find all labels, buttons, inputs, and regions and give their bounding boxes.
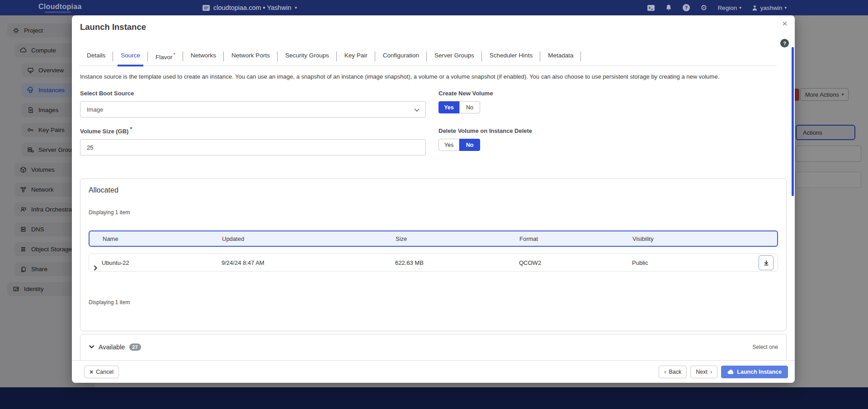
bell-icon-glyph	[665, 4, 672, 11]
chevron-down-icon[interactable]	[89, 345, 94, 349]
tab-label: Security Groups	[285, 52, 329, 59]
next-label: Next	[696, 369, 708, 375]
create-new-volume-field: Create New Volume Yes No	[439, 90, 787, 123]
column-header-size[interactable]: Size	[396, 235, 519, 242]
help-icon[interactable]: ?	[682, 4, 690, 12]
boot-source-value: Image	[87, 106, 103, 113]
boot-source-label: Select Boot Source	[80, 90, 426, 97]
create-new-volume-toggle: Yes No	[439, 101, 480, 113]
terminal-icon[interactable]	[647, 4, 655, 12]
allocated-table-row[interactable]: Ubuntu-22 9/24/24 8:47 AM 622.63 MB QCOW…	[89, 254, 778, 272]
move-down-button[interactable]	[759, 255, 774, 270]
modal-title: Launch Instance	[80, 22, 146, 32]
available-title: Available	[99, 343, 125, 351]
tab-details[interactable]: Details	[79, 48, 113, 66]
tab-networks[interactable]: Networks	[183, 48, 224, 66]
launch-instance-modal: Launch Instance × ? Details Source Flavo…	[72, 15, 795, 383]
form-right-column: Create New Volume Yes No Delete Volume o…	[439, 90, 787, 165]
select-one-hint: Select one	[752, 344, 778, 350]
tab-network-ports[interactable]: Network Ports	[224, 48, 278, 66]
form-left-column: Select Boot Source Image Volume Size (GB…	[80, 90, 426, 165]
chevron-right-icon[interactable]	[93, 265, 98, 271]
tab-label: Details	[87, 52, 105, 59]
delete-volume-field: Delete Volume on Instance Delete Yes No	[439, 127, 787, 161]
next-button[interactable]: Next ›	[690, 366, 717, 378]
tab-security-groups[interactable]: Security Groups	[278, 48, 337, 66]
column-header-updated[interactable]: Updated	[222, 235, 396, 242]
required-asterisk: *	[174, 52, 175, 57]
caret-down-icon: ▾	[739, 6, 741, 10]
back-label: Back	[669, 369, 682, 375]
brand-tagline	[45, 11, 71, 13]
source-form: Select Boot Source Image Volume Size (GB…	[80, 90, 787, 165]
tab-label: Configuration	[383, 52, 419, 59]
image-updated-cell: 9/24/24 8:47 AM	[222, 259, 395, 266]
back-button[interactable]: ‹ Back	[659, 366, 687, 378]
modal-scrollbar[interactable]	[792, 47, 794, 196]
caret-down-icon: ▾	[784, 6, 787, 10]
available-count-badge: 27	[129, 343, 141, 351]
project-context-switcher[interactable]: cloudtopiaa.com • Yashwin ▾	[203, 0, 297, 15]
help-icon-glyph: ?	[683, 4, 690, 11]
tab-label: Flavor	[156, 54, 173, 61]
launch-instance-button[interactable]: Launch Instance	[721, 366, 788, 378]
tab-server-groups[interactable]: Server Groups	[427, 48, 482, 66]
cancel-button[interactable]: × Cancel	[84, 366, 119, 378]
screen: Cloudtopiaa cloudtopiaa.com • Yashwin ▾ …	[0, 0, 868, 409]
create-new-volume-label: Create New Volume	[439, 90, 787, 97]
image-format-cell: QCOW2	[519, 259, 632, 266]
settings-gear-icon[interactable]: ⚙	[700, 4, 708, 12]
tab-configuration[interactable]: Configuration	[375, 48, 427, 66]
list-icon	[203, 5, 210, 11]
wizard-tabs: Details Source Flavor* Networks Network …	[79, 48, 777, 66]
delete-volume-no-button[interactable]: No	[459, 139, 480, 151]
gear-icon-glyph: ⚙	[700, 4, 707, 12]
tab-metadata[interactable]: Metadata	[540, 48, 581, 66]
delete-volume-yes-button[interactable]: Yes	[439, 139, 459, 151]
cloud-upload-icon	[727, 369, 734, 374]
chevron-left-icon: ‹	[664, 368, 666, 375]
x-icon: ×	[90, 368, 93, 376]
volume-size-input[interactable]	[80, 139, 426, 155]
tab-flavor[interactable]: Flavor*	[148, 48, 183, 66]
source-description: Instance source is the template used to …	[80, 73, 787, 80]
brand-logo[interactable]: Cloudtopiaa	[38, 3, 82, 13]
tab-source[interactable]: Source	[113, 48, 148, 66]
column-header-name[interactable]: Name	[90, 235, 222, 242]
modal-footer: × Cancel ‹ Back Next › Launch Instance	[72, 360, 795, 383]
tab-label: Key Pair	[344, 52, 368, 59]
available-header: Available 27 Select one	[89, 343, 778, 351]
column-header-format[interactable]: Format	[519, 235, 632, 242]
tab-key-pair[interactable]: Key Pair	[337, 48, 375, 66]
tab-label: Scheduler Hints	[490, 52, 533, 59]
image-size-cell: 622.63 MB	[395, 259, 519, 266]
footer-nav-buttons: ‹ Back Next › Launch Instance	[659, 366, 788, 378]
terminal-icon-glyph	[647, 5, 655, 11]
user-menu[interactable]: yashwin ▾	[751, 5, 787, 11]
notifications-bell-icon[interactable]	[665, 4, 672, 12]
topbar-actions: ? ⚙ Region ▾ yashwin ▾	[647, 0, 787, 15]
context-label: cloudtopiaa.com • Yashwin	[213, 4, 291, 11]
tab-label: Networks	[191, 52, 216, 59]
tab-label: Server Groups	[434, 52, 474, 59]
region-label: Region	[717, 5, 737, 11]
allocated-title: Allocated	[89, 186, 778, 194]
required-asterisk: *	[130, 126, 132, 132]
region-dropdown[interactable]: Region ▾	[717, 5, 741, 11]
boot-source-select[interactable]: Image	[80, 101, 426, 118]
image-visibility-cell: Public	[632, 259, 778, 266]
allocated-table-header: Name Updated Size Format Visibility	[89, 230, 778, 247]
allocated-count-bottom: Displaying 1 item	[89, 299, 778, 306]
volume-size-label-text: Volume Size (GB)	[80, 128, 128, 135]
launch-instance-label: Launch Instance	[737, 369, 782, 375]
wizard-help-icon[interactable]: ?	[780, 39, 789, 47]
close-icon[interactable]: ×	[782, 18, 788, 29]
create-volume-yes-button[interactable]: Yes	[439, 101, 459, 113]
top-navigation-bar: Cloudtopiaa cloudtopiaa.com • Yashwin ▾ …	[0, 0, 868, 15]
tab-label: Metadata	[548, 52, 573, 59]
column-header-visibility[interactable]: Visibility	[632, 235, 777, 242]
create-volume-no-button[interactable]: No	[459, 101, 480, 113]
volume-size-field: Volume Size (GB)*	[80, 126, 426, 155]
boot-source-field: Select Boot Source Image	[80, 90, 426, 118]
tab-scheduler-hints[interactable]: Scheduler Hints	[482, 48, 540, 66]
